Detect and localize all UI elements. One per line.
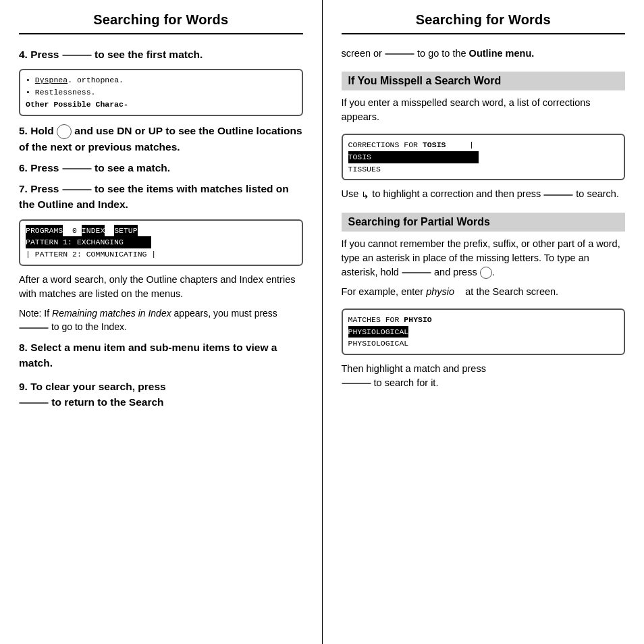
- lcd-corrections: CORRECTIONS FOR TOSIS | TOSIS TISSUES: [342, 134, 626, 180]
- right-intro: screen or to go to the Outline menu.: [342, 47, 626, 61]
- matches-line1: MATCHES FOR PHYSIO: [348, 314, 619, 326]
- corrections-line1: CORRECTIONS FOR TOSIS |: [348, 139, 619, 151]
- note-button[interactable]: [19, 327, 49, 329]
- lcd2-line3: | PATTERN 2: COMMUNICATING |: [26, 248, 296, 261]
- section2-para2: For example, enter physio at the Search …: [342, 285, 626, 299]
- arrow-icon: ↳: [361, 188, 369, 202]
- item7-button[interactable]: [62, 189, 92, 190]
- item4-text: to see the first match.: [95, 49, 203, 60]
- corrections-line3: TISSUES: [348, 163, 619, 176]
- item4-number: 4.: [19, 49, 30, 60]
- right-title-underline: [342, 33, 626, 34]
- lcd1-line3: Other Possible Charac-: [26, 99, 296, 111]
- matches-line2: PHYSIOLOGICAL: [348, 326, 619, 338]
- left-column: Searching for Words 4. Press to see the …: [0, 0, 322, 644]
- section2-then: Then highlight a match and press to sear…: [342, 362, 626, 390]
- left-note: Note: If Remaining matches in Index appe…: [19, 306, 303, 334]
- item-5: 5. Hold and use DN or UP to see the Outl…: [19, 123, 303, 155]
- corrections-line2: TOSIS: [348, 151, 619, 163]
- lcd-matches: MATCHES FOR PHYSIO PHYSIOLOGICAL PHYSIOL…: [342, 308, 626, 355]
- item4-press: Press: [30, 49, 62, 60]
- matches-line3: PHYSIOLOGICAL: [348, 338, 619, 350]
- lcd2-line1: PROGRAMS 0 INDEX SETUP: [26, 225, 296, 237]
- section2-search-button[interactable]: [342, 383, 371, 384]
- item6-button[interactable]: [62, 168, 92, 169]
- item-6: 6. Press to see a match.: [19, 160, 303, 176]
- item4-button[interactable]: [62, 55, 92, 56]
- right-column: Searching for Words screen or to go to t…: [323, 0, 645, 644]
- right-title: Searching for Words: [342, 0, 626, 33]
- lcd-box-1: • Dyspnea. orthopnea. • Restlessness. Ot…: [19, 69, 303, 115]
- left-title-underline: [19, 33, 303, 34]
- section1-header: If You Misspell a Search Word: [342, 72, 626, 90]
- lcd1-line1: • Dyspnea. orthopnea.: [26, 74, 296, 86]
- item-9: 9. To clear your search, press to return…: [19, 379, 303, 410]
- hold-circle[interactable]: [57, 124, 72, 139]
- item-8: 8. Select a menu item and sub-menu items…: [19, 340, 303, 371]
- lcd-box-2: PROGRAMS 0 INDEX SETUP PATTERN 1: EXCHAN…: [19, 219, 303, 266]
- left-title: Searching for Words: [19, 0, 303, 33]
- section1-para: If you enter a misspelled search word, a…: [342, 96, 626, 124]
- page-wrapper: Searching for Words 4. Press to see the …: [0, 0, 644, 644]
- section2-para1: If you cannot remember the prefix, suffi…: [342, 237, 626, 279]
- section2-circle-button[interactable]: [480, 267, 492, 279]
- section2-hold-button[interactable]: [402, 272, 431, 273]
- item-4: 4. Press to see the first match.: [19, 47, 303, 62]
- item-7: 7. Press to see the items with matches l…: [19, 181, 303, 213]
- section1-use: Use ↳ to highlight a correction and then…: [342, 187, 626, 201]
- item9-button[interactable]: [19, 402, 49, 404]
- section1-search-button[interactable]: [543, 194, 573, 196]
- lcd2-line2: PATTERN 1: EXCHANGING: [26, 236, 296, 248]
- section2-header: Searching for Partial Words: [342, 213, 626, 232]
- left-para1: After a word search, only the Outline ch…: [19, 273, 303, 301]
- lcd1-line2: • Restlessness.: [26, 86, 296, 99]
- intro-button[interactable]: [385, 53, 414, 55]
